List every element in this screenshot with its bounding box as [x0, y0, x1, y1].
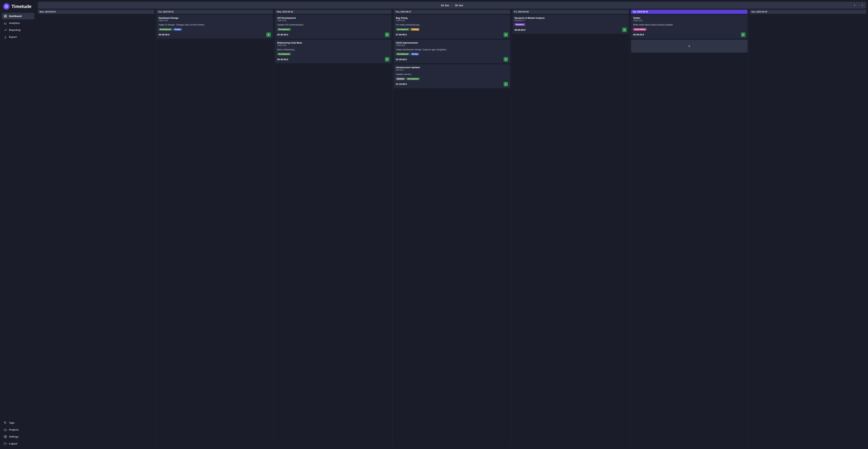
logout-icon	[4, 442, 7, 445]
sidebar-item-label: Settings	[9, 435, 19, 438]
day-column: Thu, 2024-06-27Bug FixingTIMETUDEFix rea…	[393, 10, 511, 447]
play-icon	[505, 83, 507, 85]
card-title: Bug Fixing	[396, 17, 508, 19]
time-entry-card[interactable]: Dashboard DesignTIMETUDEAdapt UI design;…	[156, 15, 273, 39]
svg-rect-1	[4, 15, 5, 16]
time-entry-card[interactable]: UI/UX ImprovementsTIMETUDEAdapt dashboar…	[394, 40, 510, 64]
play-button[interactable]	[622, 28, 627, 32]
time-entry-card[interactable]: Refactoring Code BaseTIMETUDEBasic refac…	[275, 40, 392, 64]
card-project: DEFAULT	[396, 69, 508, 71]
sidebar-item-export[interactable]: Export	[2, 34, 34, 40]
nav-primary: Dashboard Analytics Reporting Export	[2, 13, 34, 40]
card-project: TIMETUDE	[396, 44, 508, 46]
card-description: Basic refactoring...	[277, 48, 390, 51]
sidebar-item-label: Tags	[9, 421, 14, 424]
card-head: TwitterTIMETUDE	[633, 17, 745, 22]
gear-icon	[4, 435, 7, 438]
day-column: Tue, 2024-06-25Dashboard DesignTIMETUDEA…	[155, 10, 274, 447]
card-project: TIMETUDE	[396, 20, 508, 22]
tag-badge: Design	[410, 53, 419, 55]
add-entry-button[interactable]	[631, 40, 747, 53]
tag-row: Research	[515, 23, 627, 26]
sidebar-item-reporting[interactable]: Reporting	[2, 27, 34, 33]
card-description: Write tweet about latest product update!	[633, 23, 745, 26]
range-sep: -	[452, 4, 453, 7]
card-title: Twitter	[633, 17, 745, 19]
card-description: Update servers;	[396, 73, 508, 76]
duration-value: 07:00:00.0	[396, 33, 407, 36]
time-entry-card[interactable]: TwitterTIMETUDEWrite tweet about latest …	[631, 15, 747, 39]
card-description: Fix really annoying bug...	[396, 23, 508, 26]
play-icon	[623, 29, 625, 31]
play-button[interactable]	[385, 32, 390, 37]
next-week-button[interactable]	[860, 3, 865, 7]
play-icon	[505, 34, 507, 36]
card-description: Adapt dashboardc design; Improve app nav…	[396, 48, 508, 51]
card-description: Update API authentication;	[277, 23, 390, 26]
tag-row: DevelopmentDesign	[158, 28, 271, 31]
play-button[interactable]	[741, 32, 745, 37]
range-start: 24 Jun	[441, 4, 449, 7]
play-icon	[742, 34, 744, 36]
sidebar-item-tags[interactable]: Tags	[2, 419, 34, 426]
sidebar-item-projects[interactable]: Projects	[2, 426, 34, 433]
card-description: Adapt UI design; Change color of time en…	[158, 23, 271, 26]
tag-badge: Development	[396, 28, 409, 31]
card-title: Refactoring Code Base	[277, 41, 390, 44]
tag-badge: Design	[173, 28, 182, 31]
card-title: Research & Market Analysis	[515, 17, 627, 19]
sidebar-item-logout[interactable]: Logout	[2, 440, 34, 447]
time-entry-card[interactable]: Bug FixingTIMETUDEFix really annoying bu…	[394, 15, 510, 39]
card-foot: 06:00:00.0	[515, 28, 627, 32]
card-project: PROJECT X	[515, 20, 627, 22]
sidebar-item-label: Analytics	[9, 22, 20, 25]
card-project: TIMETUDE	[277, 20, 390, 22]
sidebar-item-label: Export	[9, 36, 17, 38]
play-button[interactable]	[504, 82, 508, 87]
day-header: Mon, 2024-06-24	[38, 10, 154, 14]
tag-row: DevelopmentDesign	[396, 53, 508, 55]
svg-rect-3	[4, 17, 5, 18]
duration-value: 02:30:00.0	[396, 58, 407, 61]
day-header: Fri, 2024-06-28	[513, 10, 629, 14]
card-head: Dashboard DesignTIMETUDE	[158, 17, 271, 22]
svg-point-5	[4, 422, 5, 422]
play-button[interactable]	[266, 32, 271, 37]
sidebar-item-settings[interactable]: Settings	[2, 434, 34, 440]
brand-name: Timetude	[11, 4, 31, 9]
time-entry-card[interactable]: Research & Market AnalysisPROJECT XResea…	[513, 15, 629, 34]
play-button[interactable]	[385, 57, 390, 62]
tag-badge: Social Media	[633, 28, 647, 31]
sidebar-item-dashboard[interactable]: Dashboard	[2, 13, 34, 20]
day-header: Thu, 2024-06-27	[394, 10, 510, 14]
tag-badge: General	[396, 77, 405, 80]
day-header: Tue, 2024-06-25	[156, 10, 273, 14]
card-project: TIMETUDE	[633, 20, 745, 22]
tag-badge: Research	[515, 23, 525, 26]
card-head: UI/UX ImprovementsTIMETUDE	[396, 41, 508, 46]
card-project: TIMETUDE	[158, 20, 271, 22]
day-header: Sat, 2024-06-29	[631, 10, 747, 14]
time-entry-card[interactable]: Infrastructure UpdatesDEFAULTUpdate serv…	[394, 64, 510, 88]
play-icon	[386, 34, 388, 36]
tag-badge: Development	[396, 53, 409, 55]
time-entry-card[interactable]: API DevelopmentTIMETUDEUpdate API authen…	[275, 15, 392, 39]
day-column: Sat, 2024-06-29TwitterTIMETUDEWrite twee…	[630, 10, 749, 447]
card-title: UI/UX Improvements	[396, 41, 508, 44]
svg-rect-2	[6, 15, 7, 16]
play-button[interactable]	[504, 32, 508, 37]
sidebar-item-analytics[interactable]: Analytics	[2, 20, 34, 26]
tag-row: Development	[277, 28, 390, 31]
day-header: Wed, 2024-06-26	[275, 10, 392, 14]
card-title: API Development	[277, 17, 390, 19]
tag-row: DevelopmentTesting	[396, 28, 508, 31]
play-button[interactable]	[504, 57, 508, 62]
card-foot: 07:00:00.0	[396, 32, 508, 37]
play-icon	[505, 58, 507, 60]
prev-week-button[interactable]	[852, 3, 857, 7]
topbar: 24 Jun - 30 Jun	[38, 2, 866, 9]
tag-row: Development	[277, 53, 390, 55]
topbar-nav	[852, 3, 865, 7]
plus-icon	[688, 44, 691, 48]
card-head: API DevelopmentTIMETUDE	[277, 17, 390, 22]
